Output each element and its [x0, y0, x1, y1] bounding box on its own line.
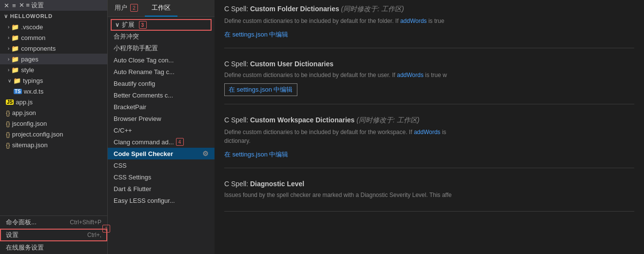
online-settings-item[interactable]: 在线服务设置 — [0, 241, 107, 254]
ext-item-easyless[interactable]: Easy LESS configur... — [108, 195, 215, 206]
sidebar-item-common[interactable]: › 📁 common — [0, 32, 107, 43]
ext-item-browserpreview[interactable]: Browser Preview — [108, 113, 215, 124]
folder-icon: 📁 — [11, 45, 19, 52]
sidebar-item-jsconfig[interactable]: {} jsconfig.json — [0, 118, 107, 129]
sidebar-item-appjs[interactable]: JS app.js — [0, 97, 107, 107]
sidebar-item-projectconfig[interactable]: {} project.config.json — [0, 129, 107, 139]
setting-title-3: C Spell: Custom Workspace Dictionaries (… — [224, 116, 634, 125]
setting-desc-1: Define custom dictionaries to be include… — [224, 17, 634, 25]
addwords-link-2: addWords — [397, 72, 423, 78]
ext-item-codespellchecker[interactable]: Code Spell Checker ⚙ — [108, 148, 215, 159]
setting-desc-3: Define custom dictionaries to be include… — [224, 128, 634, 145]
ext-item-xiaochengxu[interactable]: 小程序助手配置 — [108, 42, 215, 54]
setting-custom-folder-dict: C Spell: Custom Folder Dictionaries (同时修… — [224, 5, 634, 48]
sidebar-item-components[interactable]: › 📁 components — [0, 43, 107, 54]
sidebar-item-wxdts[interactable]: TS wx.d.ts — [0, 86, 107, 97]
ext-item-bettercomments[interactable]: Better Comments c... — [108, 89, 215, 101]
tab-user[interactable]: 用户 2 — [108, 0, 145, 17]
folder-icon: 📁 — [11, 56, 19, 63]
command-palette-item[interactable]: 命令面板... Ctrl+Shift+P — [0, 216, 107, 229]
sidebar-item-sitemap[interactable]: {} sitemap.json — [0, 139, 107, 150]
ext-item-cpp[interactable]: C/C++ — [108, 124, 215, 136]
chevron-down-icon: ∨ — [4, 13, 8, 20]
bottom-menu: 命令面板... Ctrl+Shift+P 设置 Ctrl+, 1 在线服务设置 — [0, 215, 107, 254]
extensions-list: 合并冲突 小程序助手配置 Auto Close Tag con... Auto … — [108, 31, 215, 254]
ext-item-hebing[interactable]: 合并冲突 — [108, 31, 215, 42]
gear-icon[interactable]: ⚙ — [202, 150, 209, 157]
sidebar-item-style[interactable]: › 📁 style — [0, 64, 107, 75]
ext-item-csssettings[interactable]: CSS Settings — [108, 171, 215, 183]
chevron-right-icon: › — [8, 57, 9, 62]
setting-desc-4: Issues found by the spell checker are ma… — [224, 191, 634, 199]
folder-icon: 📁 — [11, 23, 19, 31]
ext-item-bracketpair[interactable]: BracketPair — [108, 101, 215, 113]
folder-icon: 📁 — [11, 34, 19, 41]
settings-item[interactable]: 设置 Ctrl+, 1 — [0, 229, 107, 241]
chevron-right-icon: › — [8, 67, 9, 73]
setting-title-1: C Spell: Custom Folder Dictionaries (同时修… — [224, 5, 634, 14]
sidebar-title: ✕ ≡ 设置 — [19, 1, 44, 10]
ext-item-autocloseag[interactable]: Auto Close Tag con... — [108, 54, 215, 66]
setting-title-2: C Spell: Custom User Dictionaries — [224, 60, 634, 68]
sidebar-item-appjson[interactable]: {} app.json — [0, 107, 107, 118]
extensions-badge-3: 3 — [139, 21, 147, 29]
sidebar-item-vscode[interactable]: › 📁 .vscode — [0, 21, 107, 32]
extensions-panel: 用户 2 工作区 ∨ 扩展 3 合并冲突 小程序助手配置 Auto Close … — [107, 0, 215, 254]
chevron-right-icon: › — [8, 35, 9, 40]
ts-icon: TS — [14, 89, 22, 94]
sidebar-project-header: ∨ HELLOWORLD — [0, 11, 107, 21]
js-icon: JS — [6, 99, 14, 105]
json-icon: {} — [6, 131, 10, 138]
ext-item-autorename[interactable]: Auto Rename Tag c... — [108, 66, 215, 78]
setting-custom-workspace-dict: C Spell: Custom Workspace Dictionaries (… — [224, 116, 634, 168]
menu-icon[interactable]: ≡ — [12, 2, 16, 9]
ext-item-clang[interactable]: Clang command ad... 4 — [108, 136, 215, 148]
chevron-down-icon: ∨ — [8, 78, 11, 83]
sidebar-header: ✕ ≡ ✕ ≡ 设置 — [0, 0, 107, 11]
badge-1: 1 — [102, 225, 110, 233]
folder-icon: 📁 — [11, 66, 19, 74]
json-icon: {} — [6, 141, 10, 149]
setting-title-4: C Spell: Diagnostic Level — [224, 180, 634, 188]
json-icon: {} — [6, 109, 10, 117]
chevron-right-icon: › — [8, 46, 9, 51]
edit-settings-json-3[interactable]: 在 settings.json 中编辑 — [224, 149, 289, 160]
tabs-header: 用户 2 工作区 — [108, 0, 215, 17]
chevron-right-icon: › — [8, 24, 9, 30]
addwords-link-3: addWords — [414, 129, 440, 136]
setting-custom-user-dict: C Spell: Custom User Dictionaries Define… — [224, 60, 634, 104]
ext-item-css[interactable]: CSS — [108, 159, 215, 171]
sidebar-item-typings[interactable]: ∨ 📁 typings — [0, 75, 107, 86]
ext-item-beautify[interactable]: Beautify config — [108, 78, 215, 89]
tab-workspace[interactable]: 工作区 — [145, 0, 177, 17]
extensions-section-header[interactable]: ∨ 扩展 3 — [111, 19, 212, 31]
json-icon: {} — [6, 120, 10, 127]
chevron-down-icon: ∨ — [115, 21, 120, 28]
folder-icon: 📁 — [13, 77, 21, 84]
user-tab-badge: 2 — [130, 4, 138, 12]
clang-badge-4: 4 — [176, 138, 184, 146]
sidebar: ✕ ≡ ✕ ≡ 设置 ∨ HELLOWORLD › 📁 .vscode › 📁 … — [0, 0, 107, 254]
setting-diagnostic-level: C Spell: Diagnostic Level Issues found b… — [224, 180, 634, 212]
sidebar-item-pages[interactable]: › 📁 pages — [0, 54, 107, 64]
edit-settings-json-1[interactable]: 在 settings.json 中编辑 — [224, 29, 289, 40]
settings-panel: C Spell: Custom Folder Dictionaries (同时修… — [215, 0, 644, 254]
addwords-link-1: addWords — [400, 18, 427, 24]
edit-settings-json-2[interactable]: 在 settings.json 中编辑 — [224, 83, 297, 96]
close-icon[interactable]: ✕ — [4, 2, 9, 9]
ext-item-dart[interactable]: Dart & Flutter — [108, 183, 215, 195]
setting-desc-2: Define custom dictionaries to be include… — [224, 71, 634, 79]
